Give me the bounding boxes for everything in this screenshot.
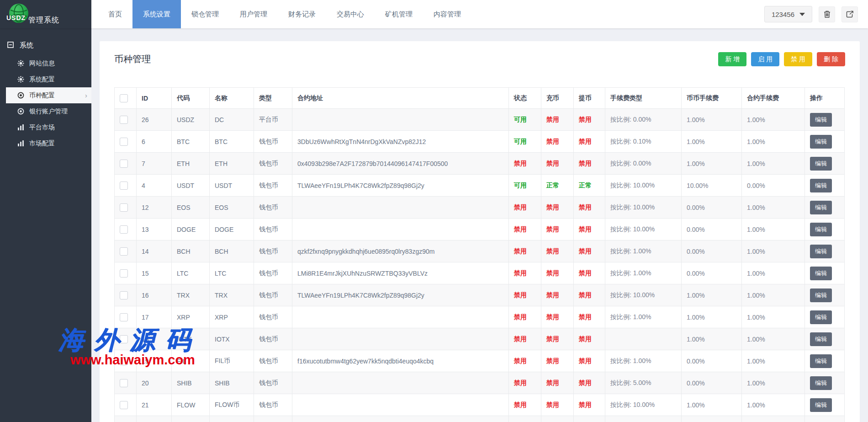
cell-id: 6: [137, 131, 172, 153]
status-badge: 禁用: [514, 357, 527, 364]
select-all-checkbox[interactable]: [120, 94, 128, 102]
row-checkbox[interactable]: [120, 116, 128, 124]
top-nav: 首页 系统设置 锁仓管理 用户管理 财务记录 交易中心 矿机管理 内容管理: [98, 0, 471, 28]
row-checkbox[interactable]: [120, 401, 128, 409]
row-checkbox[interactable]: [120, 269, 128, 278]
cell-coin-fee: 1.00%: [682, 131, 742, 153]
cell-name: FLOW币: [210, 394, 254, 416]
cell-action: 编辑: [805, 240, 845, 262]
cell-name: TRX: [210, 284, 254, 306]
user-dropdown[interactable]: 123456: [764, 6, 812, 22]
add-button[interactable]: 新 增: [718, 52, 746, 66]
row-checkbox[interactable]: [120, 291, 128, 299]
cell-withdraw-status: 禁用: [574, 394, 605, 416]
circle-dot-icon: [17, 108, 24, 115]
cell-id: 15: [137, 262, 172, 284]
nav-tab-finance-records[interactable]: 财务记录: [278, 0, 326, 28]
nav-tab-user-management[interactable]: 用户管理: [229, 0, 278, 28]
nav-tab-home[interactable]: 首页: [98, 0, 132, 28]
cell-checkbox: [115, 262, 137, 284]
nav-tab-content-management[interactable]: 内容管理: [423, 0, 471, 28]
logout-button[interactable]: [842, 6, 858, 22]
table-row: 4USDTUSDT钱包币TLWAeeYFn19LPh4K7C8Wk2fpZ89q…: [115, 175, 845, 197]
edit-button[interactable]: 编辑: [810, 310, 832, 324]
edit-button[interactable]: 编辑: [810, 354, 832, 368]
cell-withdraw-status: 禁用: [574, 219, 605, 240]
edit-button[interactable]: 编辑: [810, 398, 832, 412]
row-checkbox[interactable]: [120, 203, 128, 212]
cell-withdraw-status: 禁用: [574, 350, 605, 372]
row-checkbox[interactable]: [120, 247, 128, 256]
edit-button[interactable]: 编辑: [810, 223, 832, 236]
sidebar-item-bank-account[interactable]: 银行账户管理: [0, 103, 91, 119]
cell-coin-fee: 0.00%: [682, 350, 742, 372]
edit-button[interactable]: 编辑: [810, 267, 832, 280]
sidebar-item-platform-market[interactable]: 平台市场: [0, 119, 91, 135]
edit-button[interactable]: 编辑: [810, 157, 832, 171]
enable-button[interactable]: 启 用: [751, 52, 779, 66]
sidebar-item-label: 网站信息: [29, 59, 55, 68]
row-checkbox[interactable]: [120, 225, 128, 234]
trash-button[interactable]: [819, 6, 835, 22]
cell-fee-type: 按比例: 0.00%: [605, 109, 682, 131]
cell-id: 18: [137, 328, 172, 350]
sidebar-item-website-info[interactable]: 网站信息: [0, 55, 91, 71]
row-checkbox[interactable]: [120, 138, 128, 146]
cell-deposit-status: 禁用: [541, 284, 574, 306]
column-header: ID: [137, 88, 172, 109]
cell-type: 钱包币: [254, 306, 292, 328]
nav-tab-lock-management[interactable]: 锁仓管理: [181, 0, 229, 28]
status-badge: 禁用: [546, 357, 559, 364]
row-checkbox[interactable]: [120, 357, 128, 365]
edit-button[interactable]: 编辑: [810, 332, 832, 346]
cell-code: FIL: [172, 350, 210, 372]
edit-button[interactable]: 编辑: [810, 135, 832, 149]
edit-button[interactable]: 编辑: [810, 179, 832, 192]
cell-checkbox: [115, 175, 137, 197]
nav-tab-trade-center[interactable]: 交易中心: [326, 0, 375, 28]
coin-table-body: 26USDZDC平台币可用禁用禁用按比例: 0.00%1.00%1.00%编辑6…: [115, 109, 845, 422]
table-row: 26USDZDC平台币可用禁用禁用按比例: 0.00%1.00%1.00%编辑: [115, 109, 845, 131]
nav-tab-miner-management[interactable]: 矿机管理: [375, 0, 423, 28]
status-badge: 可用: [514, 138, 527, 145]
edit-button[interactable]: 编辑: [810, 245, 832, 258]
disable-button[interactable]: 禁 用: [784, 52, 812, 66]
cell-name: SHIB: [210, 372, 254, 394]
row-checkbox[interactable]: [120, 313, 128, 321]
delete-button[interactable]: 删 除: [817, 52, 845, 66]
cell-withdraw-status: 禁用: [574, 197, 605, 219]
cell-contract-address: [292, 109, 509, 131]
action-buttons: 新 增 启 用 禁 用 删 除: [718, 52, 845, 66]
cell-checkbox: [115, 306, 137, 328]
cell-empty: [509, 416, 541, 422]
sidebar-item-market-config[interactable]: 市场配置: [0, 135, 91, 151]
row-checkbox[interactable]: [120, 160, 128, 168]
edit-button[interactable]: 编辑: [810, 376, 832, 390]
sidebar-section-system[interactable]: 系统: [0, 28, 91, 55]
cell-contract-fee: 1.00%: [742, 131, 805, 153]
status-badge: 禁用: [546, 138, 559, 145]
cell-deposit-status: 禁用: [541, 328, 574, 350]
cell-contract-fee: 1.00%: [742, 109, 805, 131]
user-dropdown-label: 123456: [772, 11, 794, 18]
column-header: 名称: [210, 88, 254, 109]
edit-button[interactable]: 编辑: [810, 201, 832, 214]
cell-deposit-status: 禁用: [541, 109, 574, 131]
row-checkbox[interactable]: [120, 335, 128, 343]
coin-management-card: 币种管理 新 增 启 用 禁 用 删 除 ID代码名称类型合约地址状态充币提币手…: [100, 41, 860, 422]
cell-withdraw-status: 禁用: [574, 153, 605, 175]
bar-chart-icon: [17, 140, 24, 147]
nav-tab-system-settings[interactable]: 系统设置: [132, 0, 181, 28]
edit-button[interactable]: 编辑: [810, 288, 832, 302]
cell-contract-address: [292, 219, 509, 240]
row-checkbox[interactable]: [120, 379, 128, 387]
sidebar-item-system-config[interactable]: 系统配置: [0, 71, 91, 87]
cell-fee-type: 按比例: 10.00%: [605, 175, 682, 197]
topbar-right: 123456: [764, 0, 868, 28]
cell-contract-fee: 1.00%: [742, 372, 805, 394]
row-checkbox[interactable]: [120, 182, 128, 190]
sidebar-item-coin-config[interactable]: 币种配置 ›: [6, 87, 91, 103]
table-row: 18IOTXIOTX钱包币禁用禁用禁用1.00%1.00%编辑: [115, 328, 845, 350]
edit-button[interactable]: 编辑: [810, 113, 832, 127]
cell-status: 禁用: [509, 372, 541, 394]
